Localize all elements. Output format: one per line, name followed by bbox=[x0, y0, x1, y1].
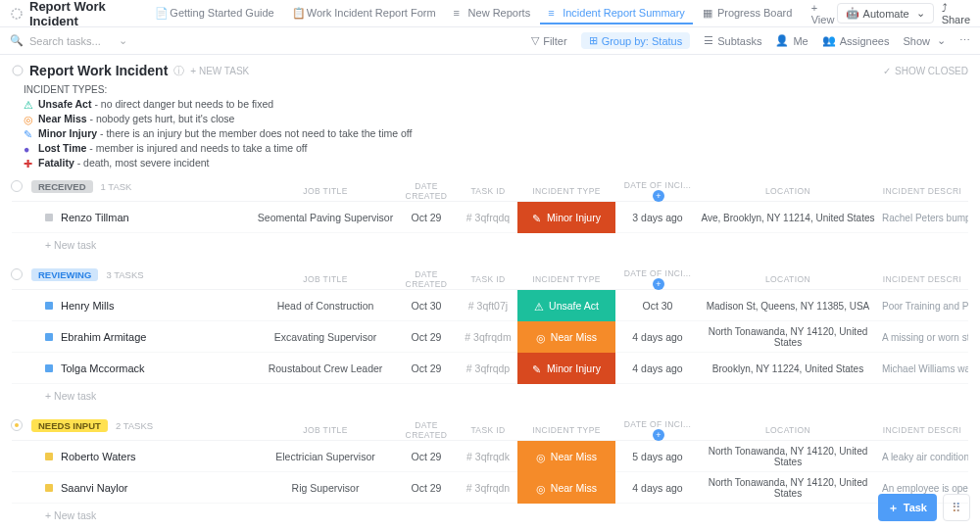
task-id-cell: # 3qfrqdm bbox=[459, 331, 517, 343]
status-square-icon bbox=[45, 484, 53, 492]
task-row[interactable]: Henry MillsHead of ConstructionOct 30# 3… bbox=[12, 290, 968, 321]
incident-icon: ✎ bbox=[532, 363, 542, 373]
tab-work-incident-report-form[interactable]: 📋Work Incident Report Form bbox=[284, 3, 444, 24]
show-closed-button[interactable]: ✓SHOW CLOSED bbox=[883, 66, 968, 76]
task-count: 2 TASKS bbox=[116, 420, 153, 431]
date-created-cell: Oct 29 bbox=[394, 482, 459, 494]
incident-icon: ◎ bbox=[536, 452, 546, 461]
new-task-fab[interactable]: ＋Task bbox=[878, 494, 937, 521]
share-button[interactable]: ⤴ Share bbox=[942, 2, 970, 25]
chevron-down-icon: ⌄ bbox=[937, 34, 946, 47]
filter-button[interactable]: ▽Filter bbox=[531, 34, 566, 47]
incident-type-badge[interactable]: ✎Minor Injury bbox=[517, 202, 615, 233]
type-icon: ✎ bbox=[24, 128, 33, 138]
tab-icon: 📋 bbox=[292, 7, 303, 18]
group-toggle[interactable] bbox=[11, 419, 23, 431]
status-pill[interactable]: NEEDS INPUT bbox=[31, 419, 108, 432]
group-toggle[interactable] bbox=[11, 268, 23, 280]
tab-getting-started-guide[interactable]: 📄Getting Started Guide bbox=[147, 3, 281, 24]
group-by-button[interactable]: ⊞Group by: Status bbox=[581, 32, 691, 49]
show-button[interactable]: Show⌄ bbox=[903, 34, 946, 47]
subtasks-button[interactable]: ☰Subtasks bbox=[704, 34, 761, 47]
info-icon[interactable]: ⓘ bbox=[173, 64, 184, 78]
incident-type-badge[interactable]: ⚠Unsafe Act bbox=[517, 290, 615, 321]
type-icon: ✚ bbox=[24, 158, 33, 168]
location-cell: Ave, Brooklyn, NY 11214, United States bbox=[700, 213, 876, 223]
chevron-down-icon: ⌄ bbox=[916, 7, 925, 20]
status-square-icon bbox=[45, 302, 53, 310]
group-icon: ⊞ bbox=[589, 34, 598, 47]
task-row[interactable]: Ebrahim ArmitageExcavating SupervisorOct… bbox=[12, 321, 968, 353]
svg-point-0 bbox=[12, 9, 22, 19]
incident-date-cell: 3 days ago bbox=[615, 212, 700, 223]
type-icon: ◎ bbox=[24, 114, 33, 123]
assignees-button[interactable]: 👥Assignees bbox=[822, 34, 890, 47]
task-id-cell: # 3qfrqdn bbox=[459, 482, 517, 494]
me-button[interactable]: 👤Me bbox=[775, 34, 808, 47]
location-cell: North Tonawanda, NY 14120, United States bbox=[700, 477, 876, 499]
tab-progress-board[interactable]: ▦Progress Board bbox=[695, 3, 800, 24]
filter-icon: ▽ bbox=[531, 34, 539, 47]
date-created-cell: Oct 30 bbox=[394, 300, 459, 312]
incident-type-badge[interactable]: ✎Minor Injury bbox=[517, 353, 615, 384]
job-title-cell: Electrician Supervisor bbox=[257, 451, 394, 462]
location-cell: Madison St, Queens, NY 11385, USA bbox=[700, 301, 876, 312]
date-created-cell: Oct 29 bbox=[394, 362, 459, 374]
user-icon: 👤 bbox=[775, 34, 789, 47]
description-cell: A missing or worn step marker resulting … bbox=[876, 332, 968, 343]
chevron-down-icon[interactable]: ⌄ bbox=[119, 34, 127, 47]
share-icon: ⤴ bbox=[942, 2, 948, 14]
search-input[interactable]: 🔍 Search tasks... ⌄ bbox=[10, 34, 127, 47]
tab-incident-report-summary[interactable]: ≡Incident Report Summary bbox=[540, 3, 693, 24]
ellipsis-icon: ⋯ bbox=[959, 34, 970, 47]
group-toggle[interactable] bbox=[11, 180, 23, 192]
status-square-icon bbox=[45, 453, 53, 460]
task-name: Henry Mills bbox=[61, 300, 114, 312]
task-row[interactable]: Renzo TillmanSeomental Paving Supervisor… bbox=[12, 202, 968, 233]
new-task-row[interactable]: + New task bbox=[12, 384, 968, 408]
more-button[interactable]: ⋯ bbox=[959, 34, 970, 47]
apps-fab[interactable]: ⠿ bbox=[943, 494, 970, 521]
job-title-cell: Roustabout Crew Leader bbox=[257, 362, 394, 374]
status-pill[interactable]: REVIEWING bbox=[31, 268, 98, 281]
task-row[interactable]: Saanvi NaylorRig SupervisorOct 29# 3qfrq… bbox=[12, 472, 968, 504]
app-logo-icon bbox=[10, 7, 24, 21]
new-task-row[interactable]: + New task bbox=[12, 504, 968, 527]
status-pill[interactable]: RECEIVED bbox=[31, 180, 93, 193]
task-name: Tolga Mccormack bbox=[61, 362, 145, 374]
task-id-cell: # 3qfrqdk bbox=[459, 451, 517, 462]
job-title-cell: Seomental Paving Supervisor bbox=[257, 212, 394, 223]
description-cell: Poor Training and Poor Supervision bbox=[876, 301, 968, 312]
check-icon: ✓ bbox=[883, 66, 891, 76]
incident-type-badge[interactable]: ◎Near Miss bbox=[517, 441, 615, 472]
view-tabs: 📄Getting Started Guide📋Work Incident Rep… bbox=[147, 3, 805, 24]
incident-icon: ✎ bbox=[532, 213, 542, 222]
tab-icon: ≡ bbox=[548, 7, 559, 18]
task-name: Ebrahim Armitage bbox=[61, 331, 146, 343]
incident-type-badge[interactable]: ◎Near Miss bbox=[517, 472, 615, 504]
add-view-button[interactable]: + View bbox=[811, 2, 837, 25]
automate-button[interactable]: 🤖 Automate ⌄ bbox=[837, 3, 934, 24]
users-icon: 👥 bbox=[822, 34, 836, 47]
tab-icon: 📄 bbox=[155, 7, 166, 18]
incident-icon: ◎ bbox=[536, 332, 546, 342]
incident-type-badge[interactable]: ◎Near Miss bbox=[517, 321, 615, 353]
task-row[interactable]: Roberto WatersElectrician SupervisorOct … bbox=[12, 441, 968, 472]
tab-new-reports[interactable]: ≡New Reports bbox=[446, 3, 539, 24]
incident-icon: ⚠ bbox=[534, 301, 544, 311]
incident-date-cell: 4 days ago bbox=[615, 362, 700, 374]
new-task-button[interactable]: + NEW TASK bbox=[190, 66, 249, 76]
tab-incident-map[interactable]: ⚲Incident Map bbox=[802, 3, 805, 24]
incident-icon: ◎ bbox=[536, 483, 546, 493]
collapse-icon[interactable] bbox=[12, 65, 24, 76]
description-cell: An employee is operating a forklift resu… bbox=[876, 483, 968, 494]
incident-date-cell: Oct 30 bbox=[615, 300, 700, 312]
new-task-row[interactable]: + New task bbox=[12, 233, 968, 257]
search-icon: 🔍 bbox=[10, 34, 24, 47]
type-icon: ⚠ bbox=[24, 99, 33, 109]
type-lost-time: ●Lost Time - member is injured and needs… bbox=[24, 142, 968, 154]
svg-point-1 bbox=[13, 66, 23, 75]
incident-types-legend: INCIDENT TYPES: ⚠Unsafe Act - no direct … bbox=[24, 84, 968, 169]
task-row[interactable]: Tolga MccormackRoustabout Crew LeaderOct… bbox=[12, 353, 968, 384]
description-cell: Michael Williams was hit by an air dropp… bbox=[876, 363, 968, 374]
